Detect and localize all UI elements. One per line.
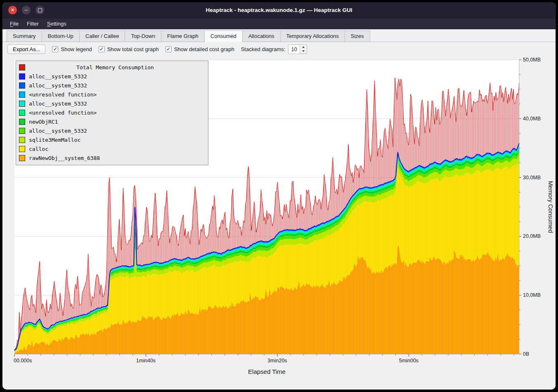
tab-flame-graph[interactable]: Flame Graph (161, 31, 205, 42)
checkbox-label: Show legend (61, 46, 92, 52)
menu-settings[interactable]: Settings (43, 19, 71, 28)
menu-filter[interactable]: Filter (23, 19, 43, 28)
x-tick-label: 1min40s (136, 358, 156, 364)
titlebar: ✕ Heaptrack - heaptrack.wakunode.1.gz — … (2, 2, 556, 18)
legend-label: alloc__system_5332 (29, 128, 87, 134)
checkbox-box[interactable]: ✓ (99, 46, 105, 52)
stacked-diagrams-spinbox[interactable]: 10 (288, 45, 307, 54)
spin-down-glyph (302, 50, 305, 52)
maximize-icon[interactable] (35, 6, 44, 14)
window-title: Heaptrack - heaptrack.wakunode.1.gz — He… (2, 7, 556, 13)
x-axis-title: Elapsed Time (248, 368, 286, 375)
minimize-icon[interactable] (22, 6, 31, 14)
tab-sizes[interactable]: Sizes (345, 31, 370, 42)
tab-consumed[interactable]: Consumed (204, 31, 243, 42)
legend-swatch (19, 137, 25, 143)
y-axis-title: Memory Consumed (547, 181, 554, 233)
legend-item: alloc__system_5332 (19, 126, 205, 135)
legend-item: newObjRC1 (19, 117, 205, 126)
legend-swatch (19, 92, 25, 98)
export-as-button[interactable]: Export As... (7, 45, 45, 54)
toolbar-checkboxes: ✓Show legend✓Show total cost graph✓Show … (52, 46, 234, 52)
checkbox-show-legend[interactable]: ✓Show legend (52, 46, 92, 52)
y-tick-label: 0B (523, 351, 529, 357)
legend-item: <unresolved function> (19, 90, 205, 99)
tab-allocations[interactable]: Allocations (242, 31, 281, 42)
chart-legend: Total Memory Consumptionalloc__system_53… (16, 61, 208, 165)
legend-label: alloc__system_5332 (29, 101, 87, 107)
legend-item: calloc (19, 144, 205, 153)
legend-swatch (19, 82, 25, 89)
legend-item: rawNewObj__system_6388 (19, 153, 205, 162)
stacked-diagrams-label: Stacked diagrams: (241, 46, 286, 52)
checkbox-label: Show detailed cost graph (174, 46, 234, 52)
y-tick-label: 50,0MB (523, 57, 541, 63)
legend-item: <unresolved function> (19, 108, 205, 117)
checkbox-show-total-cost-graph[interactable]: ✓Show total cost graph (99, 46, 159, 52)
legend-label: alloc__system_5332 (29, 73, 87, 80)
y-tick-label: 10,0MB (523, 292, 541, 298)
tab-bottom-up[interactable]: Bottom-Up (42, 31, 80, 42)
legend-swatch (19, 119, 25, 125)
y-tick-label: 30,0MB (523, 175, 541, 181)
minimize-glyph (24, 10, 28, 10)
checkbox-label: Show total cost graph (107, 46, 159, 52)
tab-bar: SummaryBottom-UpCaller / CalleeTop-DownF… (2, 29, 556, 42)
y-tick-label: 20,0MB (523, 233, 541, 239)
tab-temporary-allocations[interactable]: Temporary Allocations (280, 31, 345, 42)
legend-label: <unresolved function> (29, 110, 97, 116)
legend-swatch (19, 128, 25, 134)
legend-swatch (19, 101, 25, 107)
stacked-diagrams-value[interactable]: 10 (288, 45, 300, 54)
x-tick-label: 5min00s (399, 358, 418, 364)
toolbar: Export As... ✓Show legend✓Show total cos… (2, 42, 556, 56)
spin-down-icon[interactable] (300, 49, 307, 54)
legend-title-row: Total Memory Consumption (19, 63, 205, 72)
legend-swatch (19, 155, 25, 161)
tab-caller-callee[interactable]: Caller / Callee (79, 31, 125, 42)
legend-label: <unresolved function> (29, 92, 97, 98)
app-window: ✕ Heaptrack - heaptrack.wakunode.1.gz — … (2, 2, 556, 390)
chart-area[interactable]: 00.000s1min40s3min20s5min00s0B10,0MB20,0… (2, 56, 556, 390)
tab-summary[interactable]: Summary (7, 31, 42, 42)
tab-top-down[interactable]: Top-Down (125, 31, 161, 42)
menu-file[interactable]: File (6, 19, 23, 28)
legend-label: rawNewObj__system_6388 (29, 155, 100, 161)
x-tick-label: 3min20s (267, 358, 287, 364)
window-controls: ✕ (8, 6, 44, 14)
close-icon[interactable]: ✕ (8, 6, 17, 14)
legend-item: alloc__system_5332 (19, 81, 205, 90)
spin-buttons (300, 45, 307, 54)
legend-swatch-total (19, 64, 25, 70)
maximize-glyph (38, 8, 42, 12)
x-tick-label: 00.000s (14, 358, 32, 364)
legend-item: alloc__system_5332 (19, 72, 205, 81)
legend-item: sqlite3MemMalloc (19, 135, 205, 144)
legend-label: sqlite3MemMalloc (29, 137, 80, 143)
stacked-diagrams-control: Stacked diagrams: 10 (241, 45, 307, 54)
legend-swatch (19, 110, 25, 116)
checkbox-box[interactable]: ✓ (52, 46, 58, 52)
legend-title: Total Memory Consumption (25, 64, 205, 70)
legend-label: newObjRC1 (29, 119, 58, 125)
legend-label: alloc__system_5332 (29, 82, 87, 89)
legend-label: calloc (29, 146, 48, 152)
legend-item: alloc__system_5332 (19, 99, 205, 108)
spin-up-icon[interactable] (300, 45, 307, 49)
y-tick-label: 40,0MB (523, 116, 541, 122)
checkbox-box[interactable]: ✓ (166, 46, 172, 52)
menubar: FileFilterSettings (2, 18, 556, 29)
spin-up-glyph (302, 46, 305, 48)
legend-swatch (19, 73, 25, 80)
checkbox-show-detailed-cost-graph[interactable]: ✓Show detailed cost graph (166, 46, 234, 52)
legend-swatch (19, 146, 25, 152)
